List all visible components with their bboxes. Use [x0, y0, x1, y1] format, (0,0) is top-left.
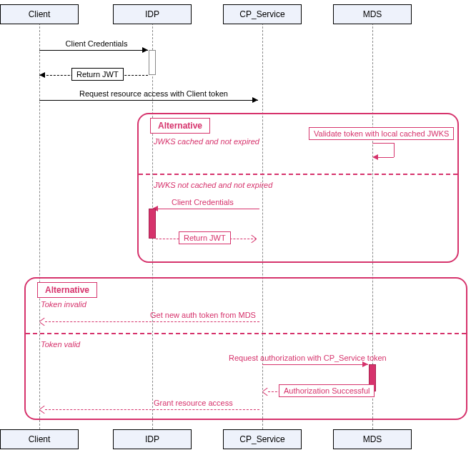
selfcall-bottom [378, 157, 394, 158]
participant-idp-bottom: IDP [113, 429, 192, 449]
arrow-client-creds-1 [39, 50, 148, 51]
selfcall-side [394, 143, 395, 157]
arrow-get-new-token [45, 321, 259, 322]
label-validate-cached: Validate token with local cached JWKS [309, 127, 454, 140]
alt-guard-2b: Token valid [41, 340, 80, 349]
arrow-req-auth [262, 364, 368, 365]
alt-guard-1b: JWKS not cached and not expired [154, 181, 272, 189]
label-client-creds-2: Client Credentials [172, 198, 234, 206]
label-grant-access: Grant resource access [154, 399, 233, 407]
arrow-req-access [39, 100, 258, 101]
participant-label: Client [29, 9, 51, 19]
alt-guard-1a: JWKS cached and not expired [154, 137, 259, 146]
label-return-jwt-1: Return JWT [71, 68, 124, 81]
arrow-client-creds-2 [156, 209, 259, 209]
label-get-new-token: Get new auth token from MDS [150, 311, 256, 319]
participant-label: IDP [145, 9, 159, 19]
arrowhead [372, 154, 378, 160]
arrowhead [252, 97, 258, 103]
participant-client-top: Client [0, 4, 79, 24]
participant-label: MDS [363, 434, 382, 444]
alt-title-1: Alternative [150, 118, 210, 134]
participant-label: MDS [363, 9, 382, 19]
alt-divider-2 [26, 333, 466, 334]
participant-cp-top: CP_Service [223, 4, 302, 24]
activation-idp-2 [149, 209, 156, 239]
alt-box-2 [24, 277, 467, 420]
participant-label: Client [29, 434, 51, 444]
arrowhead [142, 47, 148, 53]
participant-mds-top: MDS [333, 4, 412, 24]
activation-idp-1 [149, 50, 156, 75]
participant-label: IDP [145, 434, 159, 444]
participant-idp-top: IDP [113, 4, 192, 24]
alt-guard-2a: Token invalid [41, 300, 86, 309]
label-return-jwt-2: Return JWT [179, 231, 231, 244]
participant-cp-bottom: CP_Service [223, 429, 302, 449]
label-req-auth: Request authorization with CP_Service to… [229, 354, 387, 362]
selfcall-top [372, 143, 394, 144]
participant-label: CP_Service [239, 9, 284, 19]
participant-label: CP_Service [239, 434, 284, 444]
label-client-creds-1: Client Credentials [57, 39, 136, 48]
label-auth-success: Authorization Successful [279, 384, 375, 397]
label-req-access: Request resource access with Client toke… [71, 89, 236, 98]
participant-mds-bottom: MDS [333, 429, 412, 449]
arrow-grant-access [45, 409, 259, 410]
alt-title-2: Alternative [37, 282, 97, 298]
arrowhead [39, 72, 45, 78]
participant-client-bottom: Client [0, 429, 79, 449]
arrowhead [362, 361, 368, 367]
alt-divider-1 [139, 174, 457, 175]
